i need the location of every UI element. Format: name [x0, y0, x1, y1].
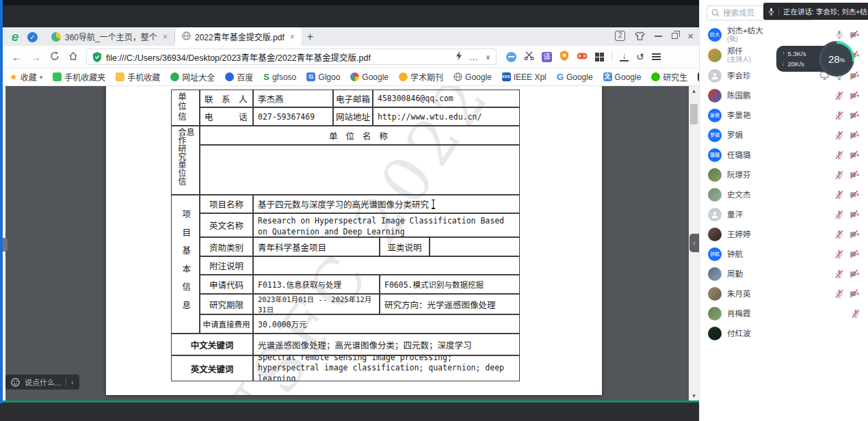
forward-icon[interactable]: →: [31, 51, 41, 63]
camera-off-icon[interactable]: [850, 111, 860, 120]
emoji-icon[interactable]: [11, 378, 20, 387]
chat-collapse-icon[interactable]: ‹: [71, 379, 73, 386]
mic-muted-icon[interactable]: [835, 269, 843, 279]
window-count-badge[interactable]: 2: [615, 31, 625, 41]
mic-muted-icon[interactable]: [835, 170, 843, 180]
mic-muted-icon[interactable]: [835, 190, 843, 200]
security-check-icon[interactable]: ✓: [27, 32, 38, 42]
camera-off-icon[interactable]: [850, 131, 860, 139]
camera-off-icon[interactable]: [850, 289, 860, 298]
camera-off-icon[interactable]: [850, 150, 860, 159]
bookmark-item[interactable]: EEEIEEE Xpl: [502, 72, 547, 82]
tab1-favicon-icon: [51, 32, 61, 42]
camera-off-icon[interactable]: [850, 190, 860, 199]
bookmark-item[interactable]: Google: [350, 72, 389, 82]
mic-muted-icon[interactable]: [835, 230, 843, 239]
download-icon[interactable]: ↓: [620, 53, 629, 62]
participant-row[interactable]: 陈国鹏: [700, 85, 868, 105]
star-icon: ★: [10, 72, 18, 82]
camera-off-icon[interactable]: [850, 269, 860, 278]
tab1-close-icon[interactable]: ×: [161, 32, 169, 42]
participant-row[interactable]: 童泙: [700, 204, 868, 224]
bookmark-item[interactable]: 网址大全: [170, 71, 215, 83]
minimize-button[interactable]: [655, 36, 662, 37]
lightning-icon[interactable]: [456, 51, 462, 63]
scissors-icon[interactable]: [524, 51, 534, 63]
adblock-icon[interactable]: [506, 52, 516, 62]
camera-off-icon[interactable]: [850, 210, 860, 219]
mic-muted-icon[interactable]: [835, 150, 843, 160]
close-button[interactable]: ×: [687, 33, 694, 40]
undo-icon[interactable]: ↺: [636, 51, 644, 62]
bookmark-caret-icon[interactable]: ▾: [40, 74, 43, 81]
participant-row[interactable]: 肖梅霞: [700, 303, 868, 323]
speaking-text: 正在讲话: 李会珍; 刘杰+纺大;: [783, 6, 868, 16]
participant-row[interactable]: 朱月英: [700, 284, 868, 303]
left-panel-handle[interactable]: [3, 238, 8, 252]
chevron-down-icon[interactable]: ∨: [486, 53, 490, 61]
bookmark-item[interactable]: 百度: [225, 71, 253, 83]
refresh-icon[interactable]: [50, 51, 60, 63]
sidebar-collapse-handle[interactable]: ‹: [689, 234, 699, 252]
bookmark-item[interactable]: ★收藏 ▾: [10, 71, 42, 83]
note-label: 附注说明: [200, 256, 253, 275]
tab-pdf-active[interactable]: 2022青年基金提交版.pdf ×: [175, 27, 302, 46]
tab-360-nav[interactable]: 360导航_一个主页，整个世界 ×: [44, 27, 174, 46]
scrollbar-thumb[interactable]: [690, 104, 698, 124]
mic-muted-icon[interactable]: [835, 111, 843, 120]
mic-icon[interactable]: [835, 30, 843, 40]
participant-row[interactable]: 阮璟芬: [700, 165, 868, 185]
more-dots-icon[interactable]: …: [469, 52, 479, 62]
menu-hamburger-icon[interactable]: [652, 53, 661, 60]
mic-muted-icon[interactable]: [835, 91, 843, 100]
camera-off-icon[interactable]: [850, 170, 860, 179]
camera-off-icon[interactable]: [850, 91, 860, 100]
participant-row[interactable]: 付红波: [700, 323, 868, 343]
participant-row[interactable]: 罗娟罗娟: [700, 125, 868, 145]
camera-off-icon[interactable]: [850, 71, 860, 80]
camera-off-icon[interactable]: [850, 30, 860, 39]
theme-shirt-icon[interactable]: [635, 31, 645, 40]
mic-muted-icon[interactable]: [835, 289, 843, 299]
bookmark-item[interactable]: GGlgoo: [306, 72, 340, 82]
contact-value: 李杰燕: [253, 90, 333, 107]
scroll-down-icon[interactable]: ▼: [689, 391, 699, 401]
participant-row[interactable]: 璐璐任璐璐: [700, 145, 868, 165]
scroll-up-icon[interactable]: ▲: [689, 86, 699, 96]
translate-icon[interactable]: 译: [542, 52, 552, 62]
bookmark-item[interactable]: 研究生: [651, 71, 687, 83]
browser-360-logo-icon[interactable]: e: [8, 30, 22, 44]
mic-muted-icon[interactable]: [852, 309, 860, 318]
apps-grid-icon[interactable]: [595, 53, 604, 62]
shield-extension-icon[interactable]: [560, 51, 569, 64]
bookmark-label: Google: [362, 72, 389, 82]
participant-row[interactable]: 钟航钟航: [700, 244, 868, 264]
mic-muted-icon[interactable]: [835, 131, 843, 140]
participant-status-icons: [835, 111, 860, 120]
mic-muted-icon[interactable]: [835, 210, 843, 219]
bookmark-item[interactable]: 学术期刊: [399, 71, 443, 83]
camera-off-icon[interactable]: [850, 249, 860, 258]
tab2-close-icon[interactable]: ×: [289, 32, 296, 42]
back-icon[interactable]: ←: [12, 51, 22, 63]
bookmark-item[interactable]: Google: [453, 72, 492, 82]
participant-row[interactable]: 王婷婷: [700, 224, 868, 244]
participant-row[interactable]: 景艳李景艳: [700, 105, 868, 125]
gamepad-icon[interactable]: [577, 51, 588, 63]
home-icon[interactable]: [68, 51, 78, 63]
participant-row[interactable]: 史文杰: [700, 185, 868, 204]
new-tab-button[interactable]: +: [307, 31, 313, 43]
bookmark-item[interactable]: 手机收藏夹: [53, 71, 105, 83]
cpu-gauge[interactable]: 28%: [819, 41, 854, 77]
bookmark-item[interactable]: 文Google: [603, 72, 642, 82]
camera-off-icon[interactable]: [850, 230, 860, 239]
bookmark-item[interactable]: GGoogle: [557, 72, 593, 82]
bookmark-item[interactable]: Sgfsoso: [263, 72, 296, 82]
mic-muted-icon[interactable]: [835, 249, 843, 259]
participant-row[interactable]: 纺大刘杰+纺大(我): [700, 25, 868, 44]
bookmark-item[interactable]: 手机收藏: [116, 71, 160, 83]
restore-button[interactable]: [672, 33, 678, 39]
url-field[interactable]: file:///C:/Users/36934/Desktop/2023青年基金/…: [86, 49, 497, 65]
participant-row[interactable]: 周勤: [700, 264, 868, 284]
chat-input-pill[interactable]: 说点什么... ‹: [5, 375, 79, 390]
